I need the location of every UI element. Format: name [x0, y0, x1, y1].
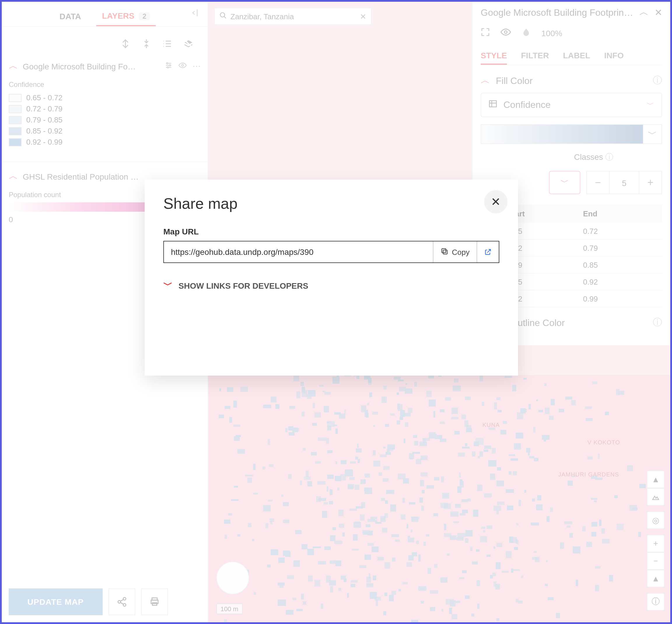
- expand-vertical-icon[interactable]: [120, 38, 131, 52]
- attribution-icon[interactable]: ⓘ: [647, 593, 665, 610]
- tab-layers-label: LAYERS: [102, 11, 134, 20]
- tab-layers[interactable]: LAYERS 2: [96, 6, 156, 26]
- attribute-select[interactable]: Confidence ﹀: [481, 93, 662, 117]
- svg-point-1: [169, 65, 171, 66]
- scale-bar: 100 m: [216, 604, 242, 614]
- layer-block-1: ︿ Google Microsoft Building Fo… ⋯ Confid…: [2, 58, 208, 156]
- legend-label: 0.92 - 0.99: [26, 138, 62, 147]
- legend1-title: Confidence: [9, 80, 201, 89]
- opacity-icon[interactable]: [521, 27, 531, 38]
- chevron-down-icon: ﹀: [163, 279, 173, 292]
- start-value[interactable]: 0.85: [508, 277, 583, 286]
- map-url-input[interactable]: [164, 241, 433, 262]
- more-icon[interactable]: ⋯: [192, 61, 201, 71]
- chevron-down-icon: ﹀: [646, 100, 654, 110]
- start-value[interactable]: 0.92: [508, 294, 583, 303]
- svg-point-6: [123, 604, 126, 606]
- eye-icon[interactable]: [500, 27, 511, 39]
- collapse-style-icon[interactable]: ︿: [639, 6, 649, 19]
- start-value[interactable]: 0.65: [508, 227, 583, 235]
- close-modal-button[interactable]: ✕: [484, 190, 508, 213]
- layers-count-badge: 2: [139, 12, 150, 20]
- collapse-vertical-icon[interactable]: [141, 38, 152, 52]
- collapse-panel-icon[interactable]: [190, 7, 201, 21]
- legend-row: 0.92 - 0.99: [9, 136, 201, 148]
- compass[interactable]: [216, 562, 249, 594]
- show-dev-links-toggle[interactable]: ﹀ SHOW LINKS FOR DEVELOPERS: [163, 279, 499, 292]
- col-start: Start: [508, 209, 583, 218]
- classes-minus-button[interactable]: −: [586, 171, 610, 194]
- color-ramp[interactable]: [481, 124, 643, 144]
- info-icon[interactable]: ⓘ: [653, 317, 662, 329]
- reset-north-button[interactable]: ▲: [647, 570, 665, 587]
- end-value[interactable]: 0.79: [583, 243, 658, 252]
- tab-filter[interactable]: FILTER: [521, 47, 549, 65]
- end-value[interactable]: 0.85: [583, 260, 658, 269]
- swatch: [9, 116, 22, 124]
- start-value[interactable]: 0.79: [508, 260, 583, 269]
- svg-point-4: [123, 597, 126, 600]
- hide-all-icon[interactable]: [183, 38, 194, 52]
- legend-label: 0.65 - 0.72: [26, 93, 62, 102]
- legend-label: 0.79 - 0.85: [26, 115, 62, 124]
- legend-row: 0.72 - 0.79: [9, 103, 201, 114]
- legend1: 0.65 - 0.720.72 - 0.790.79 - 0.850.85 - …: [9, 92, 201, 148]
- layer1-title[interactable]: Google Microsoft Building Fo…: [23, 61, 160, 71]
- classification-method-dropdown[interactable]: ﹀: [549, 171, 580, 194]
- copy-url-button[interactable]: Copy: [433, 241, 476, 262]
- layer-style-icon[interactable]: ▲: [647, 471, 665, 488]
- info-icon[interactable]: ⓘ: [605, 152, 613, 161]
- map-search: Zanzibar, Tanzania ✕: [214, 7, 371, 25]
- legend-row: 0.65 - 0.72: [9, 92, 201, 103]
- left-bottom-bar: UPDATE MAP: [9, 589, 168, 615]
- chevron-up-icon[interactable]: ︿: [9, 60, 18, 72]
- map-url-label: Map URL: [163, 227, 499, 236]
- style-panel-title: Google Microsoft Building Footprin…: [481, 7, 634, 18]
- end-value[interactable]: 0.92: [583, 277, 658, 286]
- terrain-icon[interactable]: [647, 488, 665, 505]
- open-url-button[interactable]: [476, 241, 499, 262]
- share-button[interactable]: [108, 589, 135, 615]
- legend-row: 0.79 - 0.85: [9, 114, 201, 125]
- population-gradient: [9, 202, 149, 212]
- info-icon[interactable]: ⓘ: [653, 75, 662, 87]
- svg-point-3: [182, 64, 184, 67]
- fill-color-label: Fill Color: [496, 76, 533, 86]
- start-value[interactable]: 0.72: [508, 243, 583, 252]
- chevron-up-icon[interactable]: ︿: [9, 170, 18, 183]
- legend-row: 0.85 - 0.92: [9, 125, 201, 136]
- classes-label: Classes ⓘ: [481, 152, 613, 163]
- zoom-in-button[interactable]: ＋: [647, 535, 665, 552]
- tab-info[interactable]: INFO: [604, 47, 624, 65]
- classes-plus-button[interactable]: +: [639, 171, 662, 194]
- end-value[interactable]: 0.72: [583, 227, 658, 235]
- zoom-out-button[interactable]: －: [647, 552, 665, 570]
- place-label: KUNA: [483, 422, 500, 428]
- eye-icon[interactable]: [179, 61, 187, 71]
- update-map-button[interactable]: UPDATE MAP: [9, 589, 102, 615]
- svg-rect-12: [489, 101, 496, 107]
- sliders-icon[interactable]: [164, 61, 173, 71]
- place-label: V KOKOTO: [588, 439, 620, 446]
- ramp-dropdown[interactable]: ﹀: [643, 124, 662, 144]
- swatch: [9, 94, 22, 102]
- end-value[interactable]: 0.99: [583, 294, 658, 303]
- tab-data[interactable]: DATA: [54, 7, 87, 26]
- chevron-up-icon[interactable]: ︿: [481, 75, 490, 87]
- list-icon[interactable]: [162, 38, 173, 52]
- legend-label: 0.85 - 0.92: [26, 127, 62, 135]
- fit-extent-icon[interactable]: [481, 27, 490, 38]
- svg-point-0: [166, 63, 168, 64]
- search-value[interactable]: Zanzibar, Tanzania: [230, 12, 294, 21]
- tab-style[interactable]: STYLE: [481, 47, 507, 65]
- close-style-icon[interactable]: ✕: [654, 7, 662, 18]
- svg-rect-13: [443, 250, 447, 254]
- locate-icon[interactable]: ◎: [647, 512, 665, 529]
- classes-stepper: − 5 +: [586, 171, 662, 194]
- print-button[interactable]: [141, 589, 168, 615]
- tab-label[interactable]: LABEL: [563, 47, 590, 65]
- col-end: End: [583, 209, 658, 218]
- map-controls: ▲ ◎ ＋ － ▲ ⓘ: [647, 465, 665, 610]
- clear-search-icon[interactable]: ✕: [360, 12, 366, 21]
- svg-point-2: [167, 67, 169, 68]
